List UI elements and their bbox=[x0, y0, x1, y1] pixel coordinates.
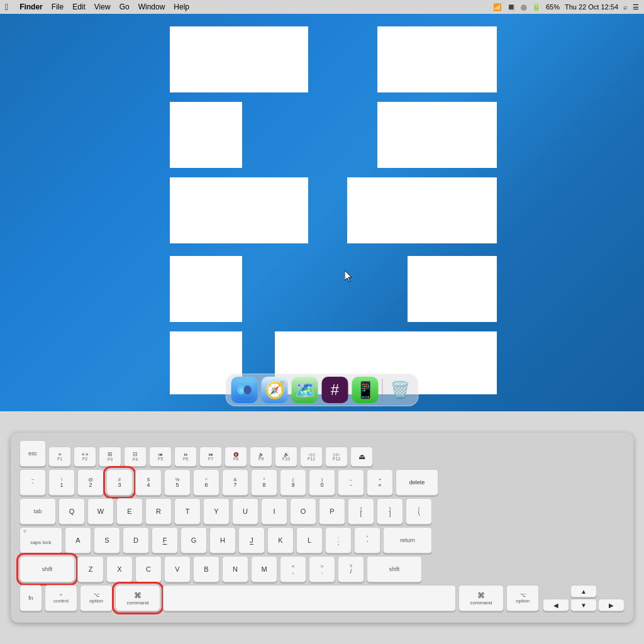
keyboard: esc ☀F1 ☀☀F2 ⊞F3 ⊟F4 ⏮F5 ⏯F6 ⏭F7 🔇F8 🔉F9… bbox=[11, 433, 633, 623]
key-backslash[interactable]: |\ bbox=[406, 498, 432, 525]
apple-menu[interactable]:  bbox=[5, 2, 8, 12]
key-t[interactable]: T bbox=[174, 498, 201, 525]
key-f9[interactable]: 🔉F9 bbox=[250, 447, 272, 467]
dock-phone[interactable]: 📱 bbox=[352, 377, 379, 403]
key-n[interactable]: N bbox=[222, 556, 248, 582]
key-x[interactable]: X bbox=[106, 556, 133, 582]
key-comma[interactable]: <, bbox=[280, 556, 306, 582]
key-r[interactable]: R bbox=[145, 498, 172, 525]
key-f8[interactable]: 🔇F8 bbox=[225, 447, 247, 467]
key-3[interactable]: #3 bbox=[106, 469, 133, 496]
key-i[interactable]: I bbox=[261, 498, 287, 525]
key-a[interactable]: A bbox=[65, 527, 91, 553]
key-return[interactable]: return bbox=[383, 527, 432, 553]
battery-icon: 🔋 bbox=[532, 3, 541, 11]
key-shift-right[interactable]: shift bbox=[367, 556, 422, 582]
key-m[interactable]: M bbox=[251, 556, 277, 582]
key-1[interactable]: !1 bbox=[48, 469, 75, 496]
key-h[interactable]: H bbox=[209, 527, 236, 553]
key-f2[interactable]: ☀☀F2 bbox=[74, 447, 96, 467]
key-f6[interactable]: ⏯F6 bbox=[174, 447, 197, 467]
key-arrow-up[interactable]: ▲ bbox=[570, 585, 597, 597]
key-arrow-right[interactable]: ▶ bbox=[598, 599, 625, 611]
app-name[interactable]: Finder bbox=[19, 3, 43, 11]
keyboard-area: esc ☀F1 ☀☀F2 ⊞F3 ⊟F4 ⏮F5 ⏯F6 ⏭F7 🔇F8 🔉F9… bbox=[0, 411, 644, 644]
menu-window[interactable]: Window bbox=[138, 3, 165, 11]
key-option-left[interactable]: ⌥ option bbox=[80, 585, 113, 611]
key-minus[interactable]: –- bbox=[338, 469, 364, 496]
key-w[interactable]: W bbox=[87, 498, 114, 525]
menu-view[interactable]: View bbox=[94, 3, 111, 11]
key-f11[interactable]: ◁◁F11 bbox=[300, 447, 323, 467]
search-icon[interactable]: ⌕ bbox=[623, 3, 628, 11]
dock-safari[interactable]: 🧭 bbox=[262, 377, 288, 403]
key-option-right[interactable]: ⌥ option bbox=[506, 585, 539, 611]
key-semicolon[interactable]: :; bbox=[325, 527, 352, 553]
key-6[interactable]: ^6 bbox=[193, 469, 219, 496]
key-j[interactable]: J bbox=[238, 527, 265, 553]
menu-edit[interactable]: Edit bbox=[72, 3, 86, 11]
key-f1[interactable]: ☀F1 bbox=[48, 447, 71, 467]
key-0[interactable]: )0 bbox=[309, 469, 335, 496]
key-k[interactable]: K bbox=[267, 527, 294, 553]
key-tab[interactable]: tab bbox=[19, 498, 56, 525]
dock-finder[interactable]: ☺ bbox=[231, 377, 258, 403]
key-d[interactable]: D bbox=[123, 527, 149, 553]
key-period[interactable]: >. bbox=[309, 556, 335, 582]
key-4[interactable]: $4 bbox=[135, 469, 162, 496]
key-arrow-left[interactable]: ◀ bbox=[543, 599, 569, 611]
key-e[interactable]: E bbox=[116, 498, 143, 525]
key-f5[interactable]: ⏮F5 bbox=[149, 447, 172, 467]
key-f3[interactable]: ⊞F3 bbox=[99, 447, 121, 467]
key-space[interactable] bbox=[163, 585, 456, 611]
airdrop-icon: ◎ bbox=[521, 3, 527, 11]
key-5[interactable]: %5 bbox=[164, 469, 191, 496]
control-center-icon[interactable]: ☰ bbox=[633, 3, 639, 11]
key-f4[interactable]: ⊟F4 bbox=[124, 447, 147, 467]
key-2[interactable]: @2 bbox=[77, 469, 104, 496]
key-l[interactable]: L bbox=[296, 527, 323, 553]
key-o[interactable]: O bbox=[290, 498, 316, 525]
key-delete[interactable]: delete bbox=[396, 469, 438, 496]
key-z[interactable]: Z bbox=[77, 556, 104, 582]
key-bracket-left[interactable]: {[ bbox=[348, 498, 374, 525]
key-backtick[interactable]: ~` bbox=[19, 469, 46, 496]
key-v[interactable]: V bbox=[164, 556, 191, 582]
key-s[interactable]: S bbox=[94, 527, 120, 553]
key-f7[interactable]: ⏭F7 bbox=[199, 447, 222, 467]
key-p[interactable]: P bbox=[319, 498, 345, 525]
key-caps-lock[interactable]: caps lock bbox=[19, 527, 62, 553]
key-7[interactable]: &7 bbox=[222, 469, 248, 496]
key-9[interactable]: (9 bbox=[280, 469, 306, 496]
key-command-right[interactable]: ⌘ command bbox=[458, 585, 504, 611]
menu-help[interactable]: Help bbox=[174, 3, 189, 11]
key-fn[interactable]: fn bbox=[19, 585, 42, 611]
key-slash[interactable]: ?/ bbox=[338, 556, 364, 582]
key-c[interactable]: C bbox=[135, 556, 162, 582]
key-control[interactable]: ^ control bbox=[45, 585, 77, 611]
key-y[interactable]: Y bbox=[203, 498, 230, 525]
key-f10[interactable]: 🔊F10 bbox=[275, 447, 297, 467]
key-8[interactable]: *8 bbox=[251, 469, 277, 496]
menu-file[interactable]: File bbox=[52, 3, 64, 11]
key-f[interactable]: F bbox=[152, 527, 178, 553]
key-bracket-right[interactable]: }] bbox=[377, 498, 403, 525]
key-esc[interactable]: esc bbox=[19, 440, 46, 467]
qwerty-row: tab Q W E R T Y U I O P {[ }] |\ bbox=[19, 498, 625, 525]
key-u[interactable]: U bbox=[232, 498, 258, 525]
menu-go[interactable]: Go bbox=[119, 3, 130, 11]
key-quote[interactable]: "' bbox=[354, 527, 380, 553]
key-f12[interactable]: ▷▷F12 bbox=[325, 447, 348, 467]
dock-trash[interactable]: 🗑️ bbox=[387, 377, 413, 403]
cursor bbox=[345, 270, 352, 282]
key-shift-left[interactable]: shift bbox=[19, 556, 75, 582]
key-g[interactable]: G bbox=[180, 527, 207, 553]
key-command-left[interactable]: ⌘ command bbox=[115, 585, 160, 611]
dock-slack[interactable]: # bbox=[322, 377, 348, 403]
key-arrow-down[interactable]: ▼ bbox=[570, 599, 597, 611]
key-eject[interactable]: ⏏ bbox=[350, 447, 373, 467]
key-q[interactable]: Q bbox=[58, 498, 85, 525]
key-equals[interactable]: += bbox=[367, 469, 393, 496]
dock-maps[interactable]: 🗺️ bbox=[292, 377, 318, 403]
key-b[interactable]: B bbox=[193, 556, 219, 582]
